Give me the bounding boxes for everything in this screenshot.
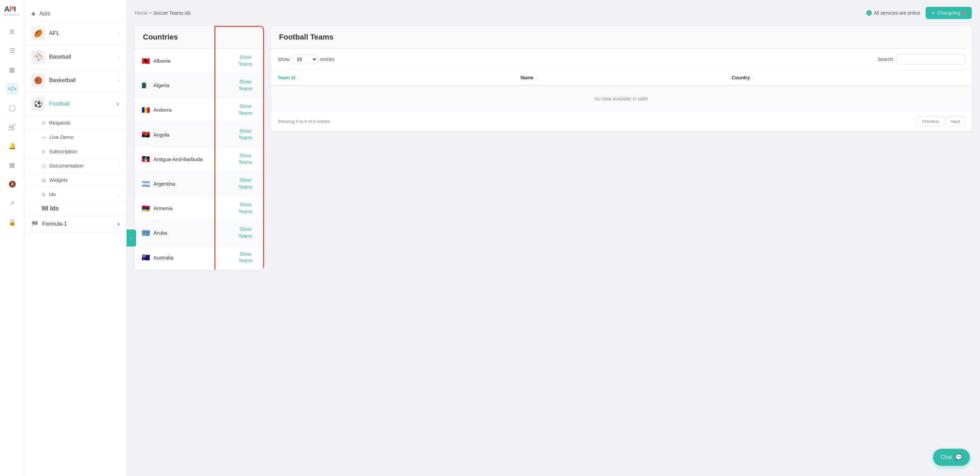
grid-icon[interactable]: ⊞ [6, 26, 18, 38]
afl-label: AFL [49, 30, 114, 37]
country-row-antigua: 🇦🇬 Antigua-And-Barbuda ShowTeams [135, 147, 264, 172]
ids-icon: ⊞ [41, 192, 46, 197]
no-data-row: No data available in table [271, 85, 972, 112]
sidebar-submenu-documentation[interactable]: ◫ Documentation › [24, 159, 126, 173]
armenia-name: Armenia [153, 205, 172, 211]
ids-count: 98 Ids [24, 201, 126, 216]
country-row-armenia: 🇦🇲 Armenia ShowTeams [135, 196, 264, 220]
next-button[interactable]: Next [946, 117, 965, 126]
countries-title: Countries [143, 33, 256, 42]
baseball-chevron: › [118, 54, 119, 59]
changelog-notification-dot [963, 11, 966, 14]
logo-text: API [4, 5, 20, 13]
sidebar-submenu-widgets[interactable]: ▤ Widgets [24, 173, 126, 187]
teams-panel: Football Teams Show 10 25 50 100 entries… [271, 26, 972, 131]
sidebar-submenu-ids[interactable]: ⊞ Ids › [24, 187, 126, 201]
apis-label: Apis [40, 11, 50, 17]
show-teams-albania[interactable]: ShowTeams [238, 54, 252, 67]
bell-icon[interactable]: 🔔 [6, 140, 18, 152]
sidebar-submenu-subscription[interactable]: ⊟ Subscription [24, 144, 126, 159]
sort-asc-icon: ↑ [298, 76, 300, 80]
sidebar-item-baseball[interactable]: ⚾ Baseball › [24, 45, 126, 69]
antigua-name: Antigua-And-Barbuda [153, 156, 202, 162]
teams-controls: Show 10 25 50 100 entries Search: [271, 49, 972, 70]
show-teams-aruba[interactable]: ShowTeams [238, 226, 252, 240]
prev-button[interactable]: Previous [917, 117, 945, 126]
search-input[interactable] [897, 54, 965, 64]
algeria-flag: 🇩🇿 [142, 81, 150, 89]
countries-list: 🇦🇱 Albania ShowTeams 🇩🇿 Algeria ShowTeam… [135, 49, 264, 270]
column-name[interactable]: Name ↕ [514, 70, 725, 85]
page-header: Home • Soccer Teams ids ✓ All services a… [135, 7, 972, 19]
chat-label: Chat [940, 454, 952, 460]
countries-panel-header: Countries [135, 26, 264, 49]
afl-chevron: › [118, 30, 119, 36]
changelog-button[interactable]: ≡ Changelog [926, 7, 972, 19]
formula1-label: Formula-1 [42, 221, 114, 227]
entries-label: entries [320, 56, 334, 62]
user-icon[interactable]: ◯ [6, 102, 18, 114]
column-country[interactable]: Country ↕ [725, 70, 972, 85]
sidebar-item-afl[interactable]: 🏉 AFL › [24, 22, 126, 45]
table-footer: Showing 0 to 0 of 0 entries Previous Nex… [271, 112, 972, 131]
teams-title: Football Teams [279, 33, 964, 42]
breadcrumb: Home • Soccer Teams ids [135, 10, 191, 16]
subscription-label: Subscription [49, 149, 77, 154]
show-teams-andorra[interactable]: ShowTeams [238, 103, 252, 117]
sidebar-submenu-livedemo[interactable]: ▭ Live Demo [24, 130, 126, 144]
documentation-icon: ◫ [41, 163, 46, 169]
show-teams-argentina[interactable]: ShowTeams [238, 177, 252, 190]
logo-sports: SPORTS [4, 14, 20, 16]
show-teams-antigua[interactable]: ShowTeams [238, 153, 252, 166]
content-grid: Countries 🇦🇱 Albania ShowTeams 🇩🇿 Alge [135, 26, 972, 270]
code-icon[interactable]: </> [6, 83, 18, 95]
aruba-flag: 🇦🇼 [142, 229, 150, 237]
requests-icon: ↺ [41, 120, 46, 126]
widgets-label: Widgets [49, 177, 68, 183]
table-header: Team Id ↑ Name ↕ Country ↕ [271, 70, 972, 85]
country-row-argentina: 🇦🇷 Argentina ShowTeams [135, 172, 264, 196]
basketball-label: Basketball [49, 77, 114, 84]
column-team-id[interactable]: Team Id ↑ [271, 70, 514, 85]
teams-panel-header: Football Teams [271, 26, 972, 49]
chat-button[interactable]: Chat 💬 [933, 449, 970, 466]
documentation-label: Documentation [49, 163, 84, 169]
countries-panel: Countries 🇦🇱 Albania ShowTeams 🇩🇿 Alge [135, 26, 264, 270]
breadcrumb-home[interactable]: Home [135, 10, 147, 16]
ids-chevron: › [118, 192, 119, 197]
country-row-australia: 🇦🇺 Australia ShowTeams [135, 246, 264, 270]
apis-nav-item[interactable]: ◆ Apis [24, 5, 126, 22]
main-content: Home • Soccer Teams ids ✓ All services a… [127, 0, 980, 476]
requests-label: Requests [49, 120, 70, 126]
sidebar-item-formula1[interactable]: 🏁 Formula-1 › [24, 216, 126, 232]
country-row-algeria: 🇩🇿 Algeria ShowTeams [135, 73, 264, 98]
baseball-label: Baseball [49, 53, 114, 60]
breadcrumb-current: Soccer Teams ids [153, 10, 191, 16]
country-row-angola: 🇦🇴 Angola ShowTeams [135, 123, 264, 147]
argentina-name: Argentina [153, 181, 175, 187]
export-icon[interactable]: ↗ [6, 197, 18, 209]
sidebar-item-football[interactable]: ⚽ Football ∨ [24, 92, 126, 116]
collapse-icon: ‹ [130, 235, 132, 241]
status-badge: ✓ All services are online [866, 10, 920, 16]
dashboard-icon[interactable]: ▦ [6, 159, 18, 171]
sidebar-submenu-requests[interactable]: ↺ Requests [24, 116, 126, 130]
show-teams-australia[interactable]: ShowTeams [238, 251, 252, 264]
show-teams-angola[interactable]: ShowTeams [238, 128, 252, 141]
show-teams-armenia[interactable]: ShowTeams [238, 201, 252, 215]
list-icon[interactable]: ☰ [6, 45, 18, 57]
notification-icon2[interactable]: 🔕 [6, 178, 18, 190]
server-icon[interactable]: ▦ [6, 64, 18, 76]
sidebar-item-basketball[interactable]: 🏀 Basketball › [24, 69, 126, 92]
teams-table: Team Id ↑ Name ↕ Country ↕ [271, 70, 972, 112]
angola-name: Angola [153, 132, 169, 137]
formula1-icon: 🏁 [31, 220, 38, 227]
show-teams-algeria[interactable]: ShowTeams [238, 79, 252, 92]
lock-icon[interactable]: 🔒 [6, 216, 18, 228]
argentina-flag: 🇦🇷 [142, 180, 150, 188]
collapse-sidebar-button[interactable]: ‹ [127, 230, 136, 246]
entries-select[interactable]: 10 25 50 100 [292, 54, 318, 64]
football-submenu: ↺ Requests ▭ Live Demo ⊟ Subscription ◫ … [24, 116, 126, 201]
cart-icon[interactable]: 🛒 [6, 121, 18, 133]
country-row-albania: 🇦🇱 Albania ShowTeams [135, 49, 264, 73]
